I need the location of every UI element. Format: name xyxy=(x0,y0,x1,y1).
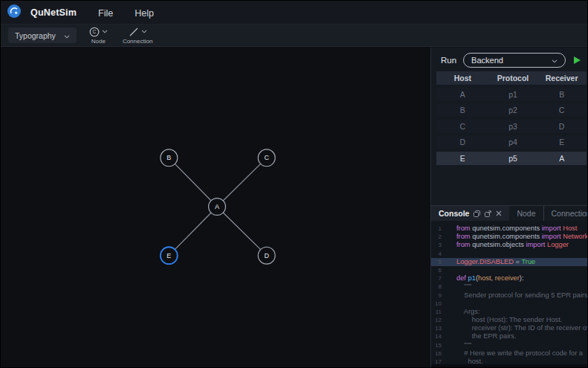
node-label-E: E xyxy=(167,252,171,259)
popout-button[interactable] xyxy=(485,210,491,217)
line-number: 6 xyxy=(431,266,442,274)
graph-node-D[interactable]: D xyxy=(258,247,275,264)
code-text: from qunetsim.objects import Logger xyxy=(456,241,569,249)
tab-label: Node xyxy=(517,209,535,218)
tab-label: Console xyxy=(439,209,469,218)
network-canvas[interactable]: ABCDE xyxy=(1,48,430,367)
line-number: 13 xyxy=(431,324,442,332)
table-row-host-C[interactable]: Cp3D xyxy=(436,120,587,133)
code-line: 15 """ xyxy=(431,341,587,349)
menu-item-file[interactable]: File xyxy=(98,8,113,19)
node-label-A: A xyxy=(215,203,219,210)
code-text: # Here we write the protocol code for a xyxy=(456,349,583,358)
code-line: 11 Args: xyxy=(431,308,587,316)
menu-bar: QuNetSim FileHelp xyxy=(1,1,587,25)
host-cell: E xyxy=(436,154,489,163)
code-line: 1from qunetsim.components import Host xyxy=(431,225,587,233)
run-play-button[interactable] xyxy=(574,57,581,64)
node-label-D: D xyxy=(264,252,269,259)
copy-icon xyxy=(474,210,480,217)
run-bar: Run Backend xyxy=(431,48,587,70)
code-text: def p1(host, receiver): xyxy=(456,274,524,283)
console-tab-bar: ConsoleNodeConnection xyxy=(431,206,587,221)
backend-select-value: Backend xyxy=(471,56,503,65)
table-row-host-B[interactable]: Bp2C xyxy=(436,103,587,117)
receiver-cell: C xyxy=(537,106,587,114)
menu-item-help[interactable]: Help xyxy=(135,8,154,19)
code-line: 16 # Here we write the protocol code for… xyxy=(431,349,587,358)
code-text: receiver (str): The ID of the receiver o… xyxy=(456,324,587,332)
copy-button[interactable] xyxy=(474,210,480,217)
chevron-down-icon xyxy=(64,35,70,39)
receiver-cell: D xyxy=(537,122,587,131)
line-number: 16 xyxy=(431,349,442,358)
code-text: host (Host): The sender Host. xyxy=(456,316,562,324)
tab-console[interactable]: Console xyxy=(431,206,509,221)
code-text: from qunetsim.components import Network xyxy=(456,233,587,241)
panel-spacer xyxy=(431,165,587,206)
edge-A-E[interactable] xyxy=(169,207,217,256)
line-number: 4 xyxy=(431,250,442,258)
host-cell: D xyxy=(436,138,489,146)
code-line: 13 receiver (str): The ID of the receive… xyxy=(431,324,587,332)
line-number: 1 xyxy=(431,225,442,233)
table-row-host-E[interactable]: Ep5A xyxy=(436,152,587,165)
graph-node-C[interactable]: C xyxy=(258,149,275,167)
edge-B-A[interactable] xyxy=(169,158,217,207)
typography-label: Typography xyxy=(15,31,56,40)
code-line: 7def p1(host, receiver): xyxy=(431,274,587,283)
typography-dropdown-button[interactable]: Typography xyxy=(8,28,77,43)
protocol-cell: p1 xyxy=(489,90,537,99)
code-text: """ xyxy=(456,283,471,291)
tool-connection[interactable]: Connection xyxy=(123,26,152,45)
line-number: 5 xyxy=(431,258,442,266)
chevron-down-icon xyxy=(552,59,558,63)
tool-node[interactable]: CNode xyxy=(89,26,108,45)
table-row-host-A[interactable]: Ap1B xyxy=(436,88,587,101)
app-title: QuNetSim xyxy=(30,7,77,18)
edge-A-D[interactable] xyxy=(217,207,267,256)
qunetsim-app-window: QuNetSim FileHelp Typography CNodeConnec… xyxy=(0,0,588,368)
line-number: 15 xyxy=(431,341,442,349)
code-text: Args: xyxy=(456,308,480,316)
graph-node-A[interactable]: A xyxy=(209,198,226,216)
receiver-cell: B xyxy=(537,90,587,99)
chevron-down-icon xyxy=(102,30,108,33)
graph-node-E[interactable]: E xyxy=(161,247,178,264)
right-panel: Run Backend HostProtocolReceiver Ap1BBp2… xyxy=(430,48,587,367)
line-number: 3 xyxy=(431,241,442,249)
svg-text:C: C xyxy=(92,29,96,34)
run-label: Run xyxy=(441,56,456,65)
close-button[interactable] xyxy=(496,210,502,216)
node-label-B: B xyxy=(167,154,171,161)
node-label-C: C xyxy=(264,154,269,161)
protocol-table: HostProtocolReceiver Ap1BBp2CCp3DDp4EEp5… xyxy=(436,71,587,165)
line-number: 14 xyxy=(431,332,442,340)
backend-select[interactable]: Backend xyxy=(463,53,566,68)
qunetsim-logo xyxy=(7,4,21,18)
code-scrollbar-track[interactable] xyxy=(431,364,587,367)
protocol-cell: p3 xyxy=(489,122,537,131)
node-circle-icon: C xyxy=(89,27,100,37)
chevron-down-icon xyxy=(552,56,558,65)
toolbar: Typography CNodeConnection xyxy=(1,25,587,47)
protocol-table-header: HostProtocolReceiver xyxy=(436,71,587,85)
qunetsim-logo-icon xyxy=(7,4,21,21)
popout-icon xyxy=(485,210,491,217)
toolbar-tools: CNodeConnection xyxy=(89,26,152,45)
graph-node-B[interactable]: B xyxy=(161,149,178,167)
line-number: 9 xyxy=(431,291,442,300)
code-editor[interactable]: 1from qunetsim.components import Host2fr… xyxy=(431,221,587,367)
protocol-cell: p4 xyxy=(489,138,537,146)
tool-label-connection: Connection xyxy=(123,38,152,45)
table-row-host-D[interactable]: Dp4E xyxy=(436,135,587,149)
tab-connection[interactable]: Connection xyxy=(543,206,588,221)
code-text: the EPR pairs. xyxy=(456,332,517,340)
line-number: 2 xyxy=(431,233,442,241)
tab-node[interactable]: Node xyxy=(509,206,543,221)
edge-C-A[interactable] xyxy=(217,158,267,207)
receiver-cell: E xyxy=(537,138,587,146)
code-text: Sender protocol for sending 5 EPR pairs. xyxy=(456,291,587,300)
line-number: 11 xyxy=(431,308,442,316)
code-line: 14 the EPR pairs. xyxy=(431,332,587,340)
